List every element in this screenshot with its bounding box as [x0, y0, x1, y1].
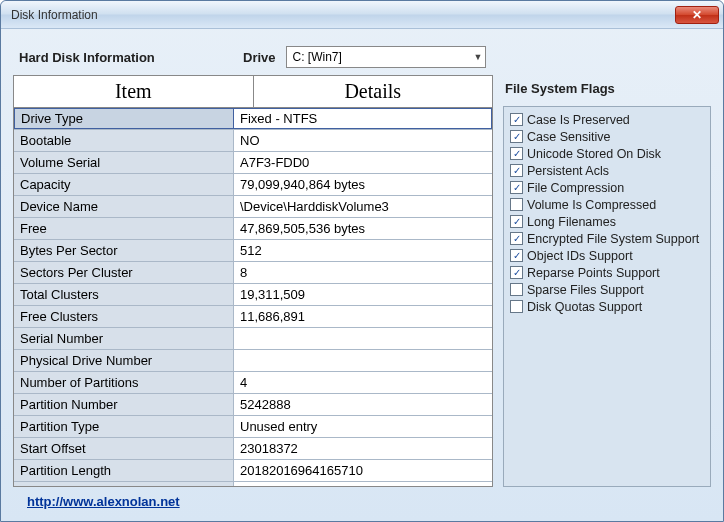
flag-item[interactable]: ✓Persistent Acls — [510, 162, 704, 179]
footer: http://www.alexnolan.net — [13, 487, 711, 515]
section-heading: Hard Disk Information — [13, 50, 233, 65]
cell-detail: A7F3-FDD0 — [234, 152, 492, 173]
flag-label: File Compression — [527, 181, 624, 195]
flag-item[interactable]: ✓Unicode Stored On Disk — [510, 145, 704, 162]
checkbox-icon: ✓ — [510, 164, 523, 177]
cell-detail: \Device\HarddiskVolume3 — [234, 196, 492, 217]
cell-detail: 79,099,940,864 bytes — [234, 174, 492, 195]
cell-item: Partition Type — [14, 416, 234, 437]
flags-list: ✓Case Is Preserved✓Case Sensitive✓Unicod… — [503, 106, 711, 487]
cell-detail: 23018372 — [234, 438, 492, 459]
table-row[interactable]: Sectors Per Cluster8 — [14, 262, 492, 284]
close-button[interactable]: ✕ — [675, 6, 719, 24]
flags-heading: File System Flags — [503, 75, 711, 106]
flag-item[interactable]: ✓Object IDs Support — [510, 247, 704, 264]
flag-item[interactable]: ✓Long Filenames — [510, 213, 704, 230]
flag-label: Case Is Preserved — [527, 113, 630, 127]
flag-item[interactable]: ✓Encrypted File System Support — [510, 230, 704, 247]
cell-item: Device Name — [14, 196, 234, 217]
content-area: Hard Disk Information Drive C: [Win7] ▼ … — [1, 29, 723, 521]
checkbox-icon: ✓ — [510, 181, 523, 194]
cell-detail: 5242888 — [234, 394, 492, 415]
flag-label: Encrypted File System Support — [527, 232, 699, 246]
table-row[interactable]: Capacity79,099,940,864 bytes — [14, 174, 492, 196]
cell-item: Free Clusters — [14, 306, 234, 327]
main-row: Item Details Drive TypeFixed - NTFSBoota… — [13, 75, 711, 487]
top-toolbar: Hard Disk Information Drive C: [Win7] ▼ — [13, 39, 711, 75]
cell-item: Capacity — [14, 174, 234, 195]
flag-label: Long Filenames — [527, 215, 616, 229]
table-row[interactable]: BootableNO — [14, 130, 492, 152]
flag-item[interactable]: Volume Is Compressed — [510, 196, 704, 213]
table-row[interactable]: Physical Drive Number — [14, 350, 492, 372]
cell-item: Serial Number — [14, 328, 234, 349]
flag-item[interactable]: ✓Case Is Preserved — [510, 111, 704, 128]
flag-item[interactable]: Disk Quotas Support — [510, 298, 704, 315]
table-row[interactable]: Drive TypeFixed - NTFS — [14, 108, 492, 130]
cell-detail: 8 — [234, 262, 492, 283]
drive-select-value: C: [Win7] — [293, 50, 342, 64]
table-row[interactable]: Start Offset23018372 — [14, 438, 492, 460]
cell-detail: NO — [234, 130, 492, 151]
table-row[interactable]: Total Clusters19,311,509 — [14, 284, 492, 306]
cell-detail: Fixed - NTFS — [234, 108, 492, 129]
flag-label: Unicode Stored On Disk — [527, 147, 661, 161]
disk-info-window: Disk Information ✕ Hard Disk Information… — [0, 0, 724, 522]
flag-label: Case Sensitive — [527, 130, 610, 144]
checkbox-icon: ✓ — [510, 147, 523, 160]
table-row[interactable]: Partition Length20182016964165710 — [14, 460, 492, 482]
cell-item: Bootable — [14, 130, 234, 151]
table-body: Drive TypeFixed - NTFSBootableNOVolume S… — [14, 108, 492, 486]
checkbox-icon — [510, 300, 523, 313]
flag-label: Sparse Files Support — [527, 283, 644, 297]
table-row[interactable]: Partition Number5242888 — [14, 394, 492, 416]
drive-select[interactable]: C: [Win7] ▼ — [286, 46, 486, 68]
details-table: Item Details Drive TypeFixed - NTFSBoota… — [13, 75, 493, 487]
flags-panel: File System Flags ✓Case Is Preserved✓Cas… — [503, 75, 711, 487]
cell-detail: 19,311,509 — [234, 284, 492, 305]
table-row[interactable]: Bytes Per Sector512 — [14, 240, 492, 262]
table-row[interactable]: Hidden Sectors23253132 — [14, 482, 492, 486]
checkbox-icon: ✓ — [510, 232, 523, 245]
checkbox-icon: ✓ — [510, 249, 523, 262]
table-header: Item Details — [14, 76, 492, 108]
titlebar: Disk Information ✕ — [1, 1, 723, 29]
window-title: Disk Information — [11, 8, 675, 22]
flag-label: Volume Is Compressed — [527, 198, 656, 212]
table-row[interactable]: Device Name\Device\HarddiskVolume3 — [14, 196, 492, 218]
flag-label: Persistent Acls — [527, 164, 609, 178]
cell-item: Start Offset — [14, 438, 234, 459]
flag-label: Disk Quotas Support — [527, 300, 642, 314]
cell-item: Total Clusters — [14, 284, 234, 305]
table-row[interactable]: Volume SerialA7F3-FDD0 — [14, 152, 492, 174]
table-row[interactable]: Serial Number — [14, 328, 492, 350]
cell-detail: 47,869,505,536 bytes — [234, 218, 492, 239]
checkbox-icon: ✓ — [510, 215, 523, 228]
flag-item[interactable]: ✓Reparse Points Support — [510, 264, 704, 281]
flag-label: Reparse Points Support — [527, 266, 660, 280]
cell-detail: 23253132 — [234, 482, 492, 486]
column-header-item[interactable]: Item — [14, 76, 254, 107]
flag-item[interactable]: ✓Case Sensitive — [510, 128, 704, 145]
table-row[interactable]: Free47,869,505,536 bytes — [14, 218, 492, 240]
table-row[interactable]: Number of Partitions4 — [14, 372, 492, 394]
close-icon: ✕ — [692, 8, 702, 22]
column-header-details[interactable]: Details — [254, 76, 493, 107]
cell-detail — [234, 350, 492, 371]
cell-item: Number of Partitions — [14, 372, 234, 393]
cell-item: Sectors Per Cluster — [14, 262, 234, 283]
flag-item[interactable]: ✓File Compression — [510, 179, 704, 196]
cell-item: Hidden Sectors — [14, 482, 234, 486]
cell-item: Bytes Per Sector — [14, 240, 234, 261]
website-link[interactable]: http://www.alexnolan.net — [27, 494, 180, 509]
flag-item[interactable]: Sparse Files Support — [510, 281, 704, 298]
table-row[interactable]: Partition TypeUnused entry — [14, 416, 492, 438]
cell-item: Free — [14, 218, 234, 239]
checkbox-icon: ✓ — [510, 113, 523, 126]
cell-detail: 512 — [234, 240, 492, 261]
cell-item: Drive Type — [14, 108, 234, 129]
checkbox-icon — [510, 283, 523, 296]
cell-detail: 20182016964165710 — [234, 460, 492, 481]
drive-label: Drive — [243, 50, 276, 65]
table-row[interactable]: Free Clusters11,686,891 — [14, 306, 492, 328]
